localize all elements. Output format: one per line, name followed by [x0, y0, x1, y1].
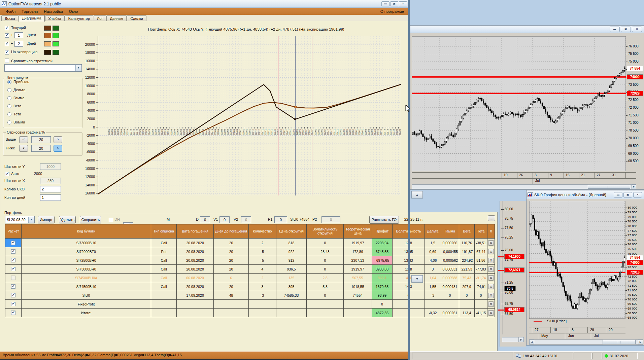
import-button[interactable]: Импорт — [38, 216, 55, 223]
tab-Сделки[interactable]: Сделки — [127, 15, 146, 21]
strategy-combo[interactable]: ▼ — [4, 64, 82, 72]
tab-Лог[interactable]: Лог — [94, 15, 106, 21]
compare-checkbox[interactable] — [5, 59, 9, 63]
tab-Данные[interactable]: Данные — [106, 15, 127, 21]
delete-button[interactable]: Удалить — [59, 216, 76, 223]
bottom-chart-titlebar[interactable]: SiU0 График цены и объёма - [Дневной] ▬ … — [527, 190, 644, 199]
delete-row-button[interactable]: X — [488, 258, 494, 263]
row-checkbox[interactable] — [11, 241, 15, 245]
col-header[interactable]: Тип опциона — [151, 224, 177, 239]
title-bar[interactable]: OptionFVV версия 2.1 public ▬ ▣ ✕ — [0, 0, 408, 8]
col-header[interactable]: Дельта — [425, 224, 441, 239]
menu-Окно[interactable]: Окно — [66, 9, 81, 14]
scroll-left-icon[interactable]: ◀ — [529, 339, 534, 345]
radio-Дельта[interactable] — [7, 88, 11, 92]
col-header[interactable]: X — [487, 224, 495, 239]
scrollbar-thumb[interactable] — [603, 340, 636, 344]
v2-value[interactable]: 0 — [241, 216, 251, 223]
legend-checkbox-2[interactable] — [5, 42, 9, 46]
minimize-icon[interactable]: ▬ — [610, 27, 620, 32]
scroll-right-icon[interactable]: ▶ — [632, 184, 636, 189]
below-value[interactable]: 20 — [31, 145, 51, 152]
top-chart-titlebar[interactable]: ▬ ▣ ✕ — [410, 26, 644, 33]
tab-Калькулятор[interactable]: Калькулятор — [65, 15, 93, 21]
below-left-button[interactable]: < — [19, 145, 28, 152]
delete-row-button[interactable]: X — [488, 293, 494, 298]
col-header[interactable]: Тета — [475, 224, 487, 239]
col-header[interactable]: Вега — [459, 224, 475, 239]
close-icon[interactable]: ✕ — [399, 1, 407, 6]
close-icon[interactable]: ✕ — [632, 27, 642, 32]
above-left-button[interactable]: < — [19, 136, 28, 143]
delete-row-button[interactable]: X — [488, 266, 494, 272]
row-checkbox[interactable] — [11, 311, 15, 315]
col-header[interactable]: Расчет — [5, 224, 22, 239]
col-header[interactable]: Дата погашения — [177, 224, 214, 239]
col-header[interactable]: Гамма — [441, 224, 459, 239]
days-offset-value[interactable]: 1 — [14, 32, 23, 38]
delete-row-button[interactable]: X — [488, 275, 494, 281]
scroll-up-fragment[interactable]: ▲ — [411, 191, 423, 199]
col-header[interactable]: Количество — [249, 224, 276, 239]
tab-Улыбка[interactable]: Улыбка — [45, 15, 65, 21]
save-button[interactable]: Сохранить — [80, 216, 101, 223]
maximize-icon[interactable]: ▣ — [621, 27, 631, 32]
scroll-right-icon[interactable]: ▶ — [638, 339, 643, 345]
menu-Настройки[interactable]: Настройки — [41, 9, 66, 14]
radio-Тета[interactable] — [7, 112, 11, 116]
scroll-down-fragment[interactable]: ▼ — [411, 275, 423, 283]
scroll-right-icon[interactable]: ▶ — [519, 337, 524, 342]
row-checkbox[interactable] — [11, 276, 15, 280]
p1-value[interactable]: 0 — [274, 216, 287, 223]
grid-y-value[interactable]: 1000 — [40, 164, 61, 170]
minimize-icon[interactable]: ▬ — [381, 1, 389, 6]
menu-Торговля[interactable]: Торговля — [19, 9, 41, 14]
radio-Вомма[interactable] — [7, 120, 11, 124]
auto-checkbox[interactable] — [5, 172, 9, 176]
d-value[interactable]: 0 — [200, 216, 210, 223]
v1-value[interactable]: 0 — [219, 216, 230, 223]
calc-go-button[interactable]: Рассчитать ГО — [369, 216, 399, 224]
row-checkbox[interactable] — [11, 284, 15, 289]
row-checkbox[interactable] — [11, 302, 15, 306]
days-offset-value[interactable]: 2 — [14, 41, 23, 47]
col-header[interactable]: Цена открытия — [276, 224, 307, 239]
row-checkbox[interactable] — [11, 293, 15, 297]
delete-row-button[interactable]: X — [488, 249, 494, 254]
legend-checkbox-3[interactable] — [5, 50, 9, 55]
row-checkbox[interactable] — [11, 249, 15, 254]
row-checkbox[interactable] — [11, 258, 15, 262]
sko-value[interactable]: 2 — [40, 186, 61, 192]
portfolio-combo[interactable]: Si 20.08.20▼ — [5, 216, 35, 223]
scrollbar-thumb[interactable] — [588, 185, 630, 189]
above-right-button[interactable]: > — [54, 136, 62, 143]
panel-minimize-button[interactable]: _ — [488, 215, 495, 221]
dh-checkbox[interactable] — [109, 218, 113, 222]
delete-row-button[interactable]: X — [488, 240, 494, 246]
close-icon[interactable]: ✕ — [633, 192, 642, 197]
col-header[interactable]: Профит — [372, 224, 393, 239]
radio-Прибыль[interactable] — [7, 80, 11, 84]
below-right-button[interactable]: > — [54, 145, 62, 152]
col-header[interactable]: Дней до погашения — [214, 224, 249, 239]
tab-Доска[interactable]: Доска — [1, 15, 18, 21]
p2-value[interactable]: 0 — [321, 216, 340, 223]
radio-Вега[interactable] — [7, 104, 11, 108]
h-scrollbar-fragment[interactable] — [502, 337, 519, 342]
delete-row-button[interactable]: X — [488, 284, 494, 289]
legend-checkbox-1[interactable] — [5, 33, 9, 38]
menu-about[interactable]: О программе — [379, 9, 405, 14]
above-value[interactable]: 20 — [31, 136, 51, 143]
delete-row-button[interactable]: X — [488, 301, 494, 307]
row-checkbox[interactable] — [11, 267, 15, 271]
maximize-icon[interactable]: ▣ — [390, 1, 398, 6]
col-header[interactable]: Код бумаги — [22, 224, 151, 239]
delete-row-button[interactable]: X — [488, 310, 494, 316]
days-count-value[interactable]: 1 — [40, 194, 61, 201]
col-header[interactable]: Теоретическая цена — [344, 224, 372, 239]
radio-Гамма[interactable] — [7, 96, 11, 100]
legend-checkbox-0[interactable] — [5, 26, 9, 30]
grid-x-value[interactable]: 250 — [40, 178, 61, 184]
minimize-icon[interactable]: ▬ — [614, 192, 622, 197]
menu-Файл[interactable]: Файл — [3, 9, 19, 14]
